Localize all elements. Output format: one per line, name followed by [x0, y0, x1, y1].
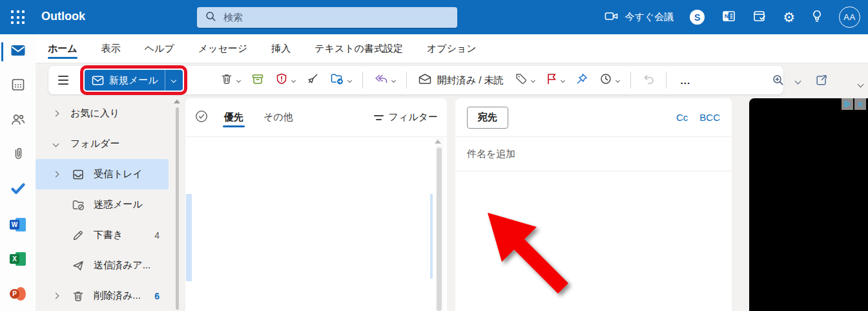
- drafts-count-badge: 4: [154, 230, 160, 241]
- mail-icon: [10, 44, 26, 59]
- move-folder-icon: [330, 72, 344, 88]
- ad-choices-icon[interactable]: [842, 98, 853, 110]
- avatar-initials: AA: [843, 12, 855, 22]
- rail-excel-button[interactable]: X: [0, 242, 36, 277]
- ad-controls: ✕: [842, 98, 866, 110]
- toolbar-row: 新規メール: [36, 63, 868, 98]
- message-list-scrollbar[interactable]: [437, 147, 442, 311]
- rail-mail-button[interactable]: [0, 34, 36, 69]
- filter-label: フィルター: [389, 111, 438, 123]
- rail-powerpoint-button[interactable]: P: [0, 277, 36, 311]
- tab-focused[interactable]: 優先: [223, 100, 245, 135]
- paperclip-icon: [12, 147, 25, 164]
- zoom-dropdown-chevron[interactable]: [795, 78, 801, 85]
- sweep-button[interactable]: [304, 70, 321, 91]
- sidebar-item-deleted[interactable]: 削除済み... 6: [36, 281, 185, 311]
- read-unread-label: 開封済み / 未読: [437, 74, 504, 87]
- rail-word-button[interactable]: W: [0, 208, 36, 242]
- app-title[interactable]: Outlook: [41, 10, 85, 23]
- left-app-rail: W X P: [0, 34, 36, 311]
- sidebar-item-favorites[interactable]: お気に入り: [36, 98, 185, 129]
- hamburger-menu-icon[interactable]: [55, 72, 72, 89]
- archive-icon: [251, 72, 264, 88]
- flag-button[interactable]: [544, 70, 566, 91]
- search-input[interactable]: 検索: [197, 7, 457, 28]
- list-scroll-up-arrow[interactable]: [435, 140, 441, 144]
- subject-field[interactable]: 件名を追加: [455, 137, 732, 171]
- sidebar-item-sent[interactable]: 送信済みア...: [36, 250, 185, 281]
- filter-button[interactable]: フィルター: [374, 111, 438, 123]
- rail-todo-button[interactable]: [0, 173, 36, 208]
- envelope-icon: [418, 73, 432, 87]
- chevron-right-icon[interactable]: [53, 293, 59, 299]
- tab-view[interactable]: 表示: [100, 36, 122, 62]
- ribbon-tab-bar: ホーム 表示 ヘルプ メッセージ 挿入 テキストの書式設定 オプション: [36, 34, 868, 63]
- toolbar: 新規メール: [48, 66, 783, 94]
- sidebar-item-drafts[interactable]: 下書き 4: [36, 220, 185, 250]
- select-all-icon[interactable]: [194, 109, 209, 126]
- tab-format-text[interactable]: テキストの書式設定: [313, 36, 404, 62]
- tab-options[interactable]: オプション: [426, 36, 478, 62]
- undo-icon: [642, 72, 655, 88]
- account-avatar[interactable]: AA: [839, 6, 860, 28]
- junk-folder-icon: [72, 198, 86, 211]
- rail-attachments-button[interactable]: [0, 138, 36, 173]
- ad-close-icon[interactable]: ✕: [854, 98, 866, 110]
- app-launcher-icon[interactable]: [10, 9, 26, 26]
- clock-icon: [599, 72, 612, 88]
- cc-link[interactable]: Cc: [676, 112, 688, 123]
- archive-button[interactable]: [249, 70, 266, 91]
- to-button[interactable]: 宛先: [467, 107, 508, 129]
- chevron-right-icon[interactable]: [53, 171, 59, 178]
- tab-other[interactable]: その他: [262, 100, 294, 135]
- snooze-button[interactable]: [597, 70, 621, 91]
- ad-panel: ✕: [749, 98, 868, 311]
- rail-people-button[interactable]: [0, 103, 36, 138]
- new-mail-split-button[interactable]: 新規メール: [85, 70, 183, 91]
- meet-now-button[interactable]: 今すぐ会議: [604, 10, 674, 24]
- move-to-button[interactable]: [328, 70, 353, 91]
- my-day-icon[interactable]: [752, 9, 767, 26]
- reply-all-button[interactable]: [372, 70, 397, 90]
- bcc-link[interactable]: BCC: [699, 112, 720, 123]
- sidebar-item-folders[interactable]: フォルダー: [36, 129, 185, 159]
- folder-pane: お気に入り フォルダー 受信トレイ 迷惑メール 下書き 4: [36, 98, 185, 311]
- new-mail-dropdown[interactable]: [165, 78, 183, 82]
- report-button[interactable]: [273, 70, 297, 91]
- lightbulb-icon[interactable]: [811, 9, 823, 26]
- onenote-feed-icon[interactable]: N: [721, 9, 736, 26]
- rail-calendar-button[interactable]: [0, 69, 36, 104]
- calendar-icon: [11, 78, 25, 94]
- folder-scroll-up-arrow[interactable]: [174, 100, 180, 103]
- zoom-controls: [772, 63, 828, 99]
- open-in-new-window-icon[interactable]: [815, 74, 828, 89]
- zoom-in-icon[interactable]: [772, 74, 785, 89]
- sidebar-item-junk[interactable]: 迷惑メール: [36, 189, 185, 220]
- read-unread-button[interactable]: 開封済み / 未読: [416, 70, 506, 90]
- search-placeholder: 検索: [223, 12, 243, 24]
- chevron-right-icon[interactable]: [53, 111, 59, 117]
- word-icon: W: [10, 218, 26, 231]
- tab-home[interactable]: ホーム: [46, 36, 79, 62]
- delete-button[interactable]: [218, 70, 242, 91]
- undo-button[interactable]: [640, 70, 657, 91]
- outlook-window: Outlook 検索 今すぐ会議 S N ⚙: [0, 0, 868, 311]
- tab-help[interactable]: ヘルプ: [143, 36, 176, 62]
- tag-icon: [515, 72, 528, 88]
- sidebar-item-inbox[interactable]: 受信トレイ: [36, 159, 169, 189]
- people-icon: [10, 113, 26, 129]
- collapse-toolbar-chevron[interactable]: [858, 81, 864, 88]
- settings-gear-icon[interactable]: ⚙: [783, 10, 795, 24]
- trash-icon: [220, 72, 233, 88]
- categorize-button[interactable]: [513, 70, 537, 91]
- folder-pane-scrollbar[interactable]: [176, 107, 179, 310]
- deleted-count-badge: 6: [154, 291, 160, 301]
- pin-button[interactable]: [574, 70, 590, 91]
- tab-message[interactable]: メッセージ: [197, 36, 249, 62]
- tab-insert[interactable]: 挿入: [270, 36, 292, 62]
- more-options-button[interactable]: ...: [676, 75, 696, 86]
- chevron-down-icon[interactable]: [53, 141, 59, 147]
- search-icon: [205, 10, 216, 25]
- skype-icon[interactable]: S: [690, 10, 705, 25]
- message-list-header: 優先 その他 フィルター: [185, 98, 447, 137]
